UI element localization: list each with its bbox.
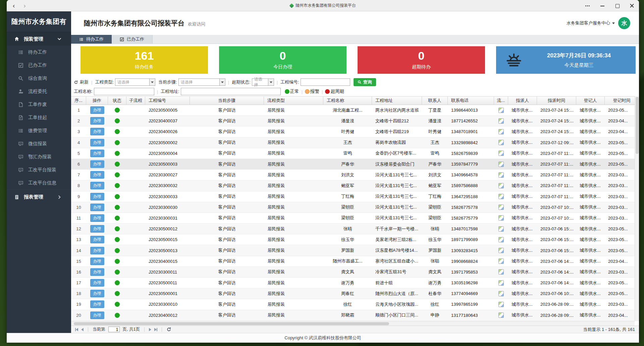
page-input[interactable] — [108, 327, 120, 332]
table-row[interactable]: 18办理J20230500001客户回访居民报装周春红随州市烈山大道（原...杜… — [71, 288, 635, 299]
handle-button[interactable]: 办理 — [90, 128, 104, 135]
handle-button[interactable]: 办理 — [90, 311, 104, 319]
flow-chart-icon[interactable] — [498, 269, 504, 275]
handle-button[interactable]: 办理 — [90, 160, 104, 168]
stat-card-pending[interactable]: 161 待办任务 — [80, 46, 208, 74]
handle-button[interactable]: 办理 — [90, 117, 104, 125]
column-header-8[interactable]: 工程地址 — [372, 97, 422, 105]
table-row[interactable]: 7办理J20230300027客户回访居民报装刘洪文沿河大道131号三七...刘… — [71, 170, 635, 180]
more-options-icon[interactable] — [585, 3, 590, 8]
table-row[interactable]: 5办理J20230500004客户回访居民报装雷鸣金香韵小区7号楼车...雷鸣1… — [71, 148, 635, 159]
project-address-input[interactable] — [181, 88, 281, 95]
next-page-button[interactable] — [149, 327, 151, 332]
table-row[interactable]: 13办理J20230500015客户回访居民报装徐玉华吴家老湾村三组2栋...徐… — [71, 234, 635, 245]
flow-chart-icon[interactable] — [498, 129, 504, 134]
table-row[interactable]: 6办理J20230500003客户回访居民报装严春华汉东楼居委会阳合门严春华13… — [71, 159, 635, 170]
sidebar-item-11[interactable]: 工改平台信息 — [7, 176, 71, 189]
flow-chart-icon[interactable] — [498, 312, 504, 318]
forward-arrow-icon[interactable]: › — [23, 2, 25, 9]
search-button[interactable]: 查询 — [354, 78, 376, 86]
handle-button[interactable]: 办理 — [90, 193, 104, 200]
flow-chart-icon[interactable] — [498, 302, 504, 307]
horizontal-scrollbar-thumb[interactable] — [74, 322, 389, 325]
flow-chart-icon[interactable] — [498, 140, 504, 145]
table-row[interactable]: 9办理J20230300033客户回访居民报装丁红梅沿河大道131号三七...丁… — [71, 191, 635, 202]
flow-chart-icon[interactable] — [498, 183, 504, 188]
close-icon[interactable] — [630, 3, 634, 8]
handle-button[interactable]: 办理 — [90, 290, 104, 297]
column-header-7[interactable]: 工程名称 — [323, 97, 372, 105]
flow-chart-icon[interactable] — [498, 215, 504, 221]
project-name-input[interactable] — [94, 88, 154, 95]
sidebar-item-6[interactable]: 工单挂起 — [7, 111, 71, 124]
sidebar-item-7[interactable]: 缴费管理 — [7, 124, 71, 137]
refresh-button[interactable]: 刷新 — [74, 79, 89, 85]
table-row[interactable]: 10办理J20230300030客户回访居民报装梁朝臣沿河大道131号三七...… — [71, 202, 635, 213]
handle-button[interactable]: 办理 — [90, 268, 104, 276]
overdue-status-select[interactable]: 请选择 — [252, 78, 274, 86]
sidebar-item-3[interactable]: 综合查询 — [7, 72, 71, 85]
handle-button[interactable]: 办理 — [90, 236, 104, 243]
sidebar-section-baozhuang[interactable]: 报装管理 — [7, 32, 71, 46]
sidebar-item-10[interactable]: 工改平台报装 — [7, 163, 71, 176]
table-row[interactable]: 1办理J20230500005客户回访居民报装湖北南鑫工程...两水沟社区内两水… — [71, 105, 635, 116]
column-header-9[interactable]: 联系人 — [422, 97, 448, 105]
table-row[interactable]: 11办理J20230300031客户回访居民报装梁朝臣沿河大道131号三七...… — [71, 213, 635, 224]
project-code-input[interactable] — [301, 78, 350, 86]
sidebar-item-8[interactable]: 微信报装 — [7, 137, 71, 150]
column-header-15[interactable]: 登记时间 — [605, 97, 639, 105]
vertical-scrollbar-thumb[interactable] — [636, 97, 639, 154]
handle-button[interactable]: 办理 — [90, 225, 104, 233]
avatar[interactable]: 水 — [618, 17, 630, 29]
column-header-14[interactable]: 登记人 — [576, 97, 605, 105]
column-header-3[interactable]: 子流程 — [126, 97, 145, 105]
flow-chart-icon[interactable] — [498, 280, 504, 286]
sidebar-item-5[interactable]: 工单作废 — [7, 98, 71, 111]
flow-chart-icon[interactable] — [498, 291, 504, 296]
handle-button[interactable]: 办理 — [90, 214, 104, 222]
table-row[interactable]: 14办理J20230500013客户回访居民报装罗国新汉东星都A78号楼14..… — [71, 245, 635, 256]
maximize-icon[interactable] — [615, 3, 620, 8]
column-header-11[interactable]: 流... — [494, 97, 508, 105]
back-arrow-icon[interactable]: ‹ — [13, 2, 15, 9]
horizontal-scrollbar[interactable] — [71, 321, 635, 326]
sidebar-section-report[interactable]: 报表管理 — [7, 189, 71, 204]
minimize-icon[interactable] — [600, 3, 605, 8]
handle-button[interactable]: 办理 — [90, 171, 104, 179]
flow-chart-icon[interactable] — [498, 248, 504, 253]
flow-chart-icon[interactable] — [498, 258, 504, 264]
table-row[interactable]: 17办理J20230500011客户回访居民报装谢万勇前进十组谢万勇130351… — [71, 278, 635, 288]
column-header-2[interactable]: 状态 — [108, 97, 126, 105]
table-row[interactable]: 2办理J20230400037客户回访居民报装潘显漠文峰塔十四组212潘显漠18… — [71, 116, 635, 126]
table-row[interactable]: 16办理J20230300011客户回访居民报装龚文凤冷家湾五组31号龚文凤13… — [71, 267, 635, 278]
sidebar-item-1[interactable]: 待办工作 — [7, 46, 71, 59]
table-row[interactable]: 12办理J20230500012客户回访居民报装张晴千千水岸一期一号楼...张晴… — [71, 224, 635, 234]
column-header-0[interactable]: 序... — [71, 97, 86, 105]
table-row[interactable]: 20办理J20230400012客户回访居民报装郑晓霜顺德门小区门口三间...申… — [71, 310, 635, 321]
flow-chart-icon[interactable] — [498, 162, 504, 167]
stat-card-overdue[interactable]: 0 超期待办 — [358, 46, 485, 74]
handle-button[interactable]: 办理 — [90, 106, 104, 114]
flow-chart-icon[interactable] — [498, 118, 504, 124]
handle-button[interactable]: 办理 — [90, 139, 104, 147]
sidebar-item-4[interactable]: 流程委托 — [7, 85, 71, 98]
last-page-button[interactable] — [154, 327, 157, 332]
column-header-1[interactable]: 操作 — [86, 97, 108, 105]
first-page-button[interactable] — [75, 327, 78, 332]
current-step-select[interactable]: 请选择 — [178, 78, 225, 86]
handle-button[interactable]: 办理 — [90, 247, 104, 254]
flow-chart-icon[interactable] — [498, 194, 504, 199]
table-row[interactable]: 3办理J20230400026客户回访居民报装叶秀健文峰塔十四组219叶秀健13… — [71, 126, 635, 137]
column-header-10[interactable]: 联系电话 — [448, 97, 494, 105]
project-type-select[interactable]: 请选择 — [115, 78, 155, 86]
handle-button[interactable]: 办理 — [90, 150, 104, 157]
vertical-scrollbar[interactable] — [635, 96, 639, 321]
stat-card-today[interactable]: 0 今日办理 — [219, 46, 346, 74]
flow-chart-icon[interactable] — [498, 205, 504, 210]
table-row[interactable]: 15办理J20230400015客户回访居民报装随州市昌盛工...寨湾社区五组自… — [71, 256, 635, 267]
column-header-4[interactable]: 工程编号 — [145, 97, 190, 105]
flow-chart-icon[interactable] — [498, 226, 504, 232]
flow-chart-icon[interactable] — [498, 108, 504, 113]
handle-button[interactable]: 办理 — [90, 300, 104, 308]
flow-chart-icon[interactable] — [498, 151, 504, 156]
